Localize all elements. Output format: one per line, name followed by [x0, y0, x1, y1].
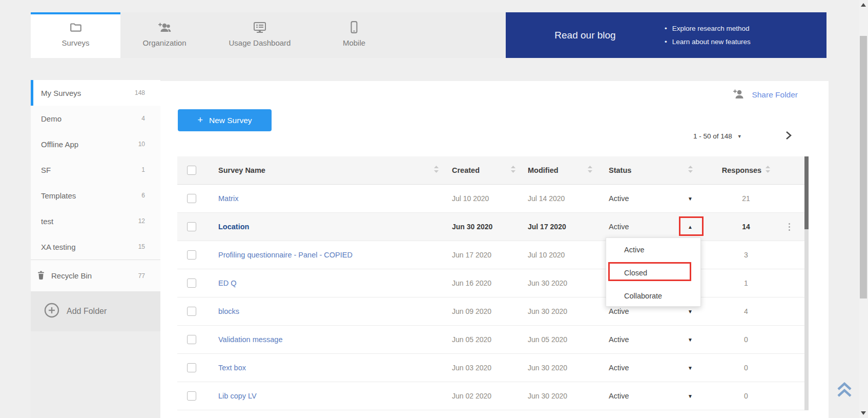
page-scrollbar[interactable]: [859, 0, 868, 418]
tab-surveys[interactable]: Surveys: [31, 12, 120, 58]
recycle-bin-label: Recycle Bin: [51, 271, 138, 280]
modified-date: Jun 30 2020: [528, 307, 567, 315]
sidebar-filler: [31, 331, 160, 418]
dashboard-icon: [253, 21, 267, 34]
banner-title[interactable]: Read our blog: [506, 30, 665, 41]
created-date: Jun 17 2020: [452, 251, 491, 259]
status-caret-up-icon[interactable]: ▲: [688, 224, 693, 230]
row-checkbox[interactable]: [187, 250, 196, 260]
survey-name-link[interactable]: Matrix: [218, 194, 238, 203]
recycle-bin-count: 77: [138, 272, 145, 280]
responses-count: 0: [744, 364, 748, 372]
status-caret-down-icon[interactable]: ▼: [688, 196, 693, 202]
scroll-to-top-button[interactable]: [836, 381, 853, 401]
survey-name-link[interactable]: Profiling questionnaire - Panel - COPIED: [218, 251, 353, 259]
survey-name-link[interactable]: Text box: [218, 364, 246, 372]
blog-banner[interactable]: Read our blog Explore research method Le…: [506, 12, 826, 58]
tab-usage-dashboard[interactable]: Usage Dashboard: [209, 12, 311, 58]
table-row: Profiling questionnaire - Panel - COPIED…: [177, 241, 808, 269]
header-created[interactable]: Created: [452, 166, 480, 174]
tab-label: Usage Dashboard: [229, 38, 291, 47]
table-row: Matrix Jul 10 2020 Jul 14 2020 Active▼ 2…: [177, 185, 808, 213]
row-checkbox[interactable]: [187, 363, 196, 372]
row-checkbox[interactable]: [187, 194, 196, 203]
survey-name-link[interactable]: Location: [218, 223, 249, 231]
modified-date: Jul 17 2020: [528, 223, 566, 231]
next-page-button[interactable]: [784, 130, 793, 143]
pagination-range-selector[interactable]: 1 - 50 of 148 ▼: [693, 132, 742, 140]
tab-organization[interactable]: Organization: [120, 12, 209, 58]
status-value: Active: [609, 223, 629, 231]
row-checkbox[interactable]: [187, 391, 196, 401]
sidebar-item-sf[interactable]: SF 1: [31, 157, 160, 183]
page-scrollbar-thumb[interactable]: [860, 36, 867, 298]
sidebar-item-my-surveys[interactable]: My Surveys 148: [31, 80, 160, 106]
table-row: Lib copy LV Jun 02 2020 Jun 30 2020 Acti…: [177, 382, 808, 410]
folder-count: 4: [141, 115, 145, 122]
status-caret-down-icon[interactable]: ▼: [688, 337, 693, 343]
table-scrollbar-thumb[interactable]: [804, 156, 809, 229]
row-checkbox[interactable]: [187, 307, 196, 316]
surveys-panel: Share Folder + New Survey 1 - 50 of 148 …: [160, 81, 829, 418]
responses-count: 21: [742, 194, 750, 203]
survey-name-link[interactable]: Validation message: [218, 335, 282, 344]
menu-item-collaborate[interactable]: Collaborate: [606, 284, 700, 307]
new-survey-button[interactable]: + New Survey: [178, 109, 272, 131]
sort-icon[interactable]: [511, 166, 515, 175]
plus-circle-icon: [44, 303, 59, 320]
header-modified[interactable]: Modified: [528, 166, 559, 174]
sidebar-item-test[interactable]: test 12: [31, 208, 160, 234]
status-dropdown-menu: Active Closed Collaborate: [606, 237, 701, 307]
menu-item-closed[interactable]: Closed: [606, 261, 700, 284]
created-date: Jun 02 2020: [452, 392, 491, 400]
status-caret-down-icon[interactable]: ▼: [688, 365, 693, 371]
sort-icon[interactable]: [434, 166, 439, 175]
folder-label: XA testing: [41, 243, 138, 251]
folder-label: Templates: [41, 191, 141, 200]
table-row: Validation message Jun 05 2020 Jun 05 20…: [177, 326, 808, 354]
header-responses[interactable]: Responses: [722, 166, 761, 174]
table-header-row: Survey Name Created Modified Status Resp…: [177, 156, 808, 185]
add-folder-button[interactable]: Add Folder: [31, 291, 160, 331]
sidebar-item-xa-testing[interactable]: XA testing 15: [31, 234, 160, 260]
banner-bullet-list: Explore research method Learn about new …: [665, 22, 751, 49]
table-scrollbar[interactable]: [804, 156, 809, 410]
trash-icon: [36, 270, 46, 282]
menu-item-active[interactable]: Active: [606, 238, 700, 261]
sidebar-item-demo[interactable]: Demo 4: [31, 106, 160, 131]
responses-count: 4: [744, 307, 748, 315]
folder-count: 6: [141, 192, 145, 199]
share-folder-link[interactable]: Share Folder: [732, 88, 798, 102]
status-caret-down-icon[interactable]: ▼: [688, 309, 693, 314]
status-caret-down-icon[interactable]: ▼: [688, 393, 693, 399]
folder-label: Demo: [41, 114, 141, 123]
created-date: Jun 16 2020: [452, 279, 491, 287]
scrollbar-down-arrow-icon[interactable]: [861, 411, 866, 415]
row-menu-kebab-icon[interactable]: [771, 223, 808, 231]
tab-mobile[interactable]: Mobile: [311, 12, 397, 58]
sort-icon[interactable]: [688, 166, 693, 175]
sidebar-item-recycle-bin[interactable]: Recycle Bin 77: [31, 260, 160, 291]
survey-name-link[interactable]: ED Q: [218, 279, 236, 287]
created-date: Jun 30 2020: [452, 223, 492, 231]
header-status[interactable]: Status: [609, 166, 631, 174]
row-checkbox[interactable]: [187, 278, 196, 288]
scrollbar-up-arrow-icon[interactable]: [861, 3, 866, 7]
survey-name-link[interactable]: blocks: [218, 307, 239, 315]
created-date: Jun 03 2020: [452, 364, 491, 372]
survey-name-link[interactable]: Lib copy LV: [218, 392, 257, 400]
row-checkbox[interactable]: [187, 335, 196, 344]
sort-icon[interactable]: [588, 166, 592, 175]
row-checkbox[interactable]: [187, 222, 196, 231]
add-people-icon: [157, 21, 172, 34]
folder-count: 12: [138, 217, 145, 225]
sidebar-item-templates[interactable]: Templates 6: [31, 183, 160, 208]
modified-date: Jul 10 2020: [528, 251, 565, 259]
modified-date: Jul 14 2020: [528, 194, 565, 203]
sidebar-item-offline-app[interactable]: Offline App 10: [31, 131, 160, 157]
header-survey-name[interactable]: Survey Name: [218, 166, 265, 174]
folder-label: My Surveys: [41, 89, 135, 97]
table-row-selected: Location Jun 30 2020 Jul 17 2020 Active▲…: [177, 213, 808, 241]
select-all-checkbox[interactable]: [187, 166, 196, 175]
sort-icon[interactable]: [766, 166, 770, 175]
